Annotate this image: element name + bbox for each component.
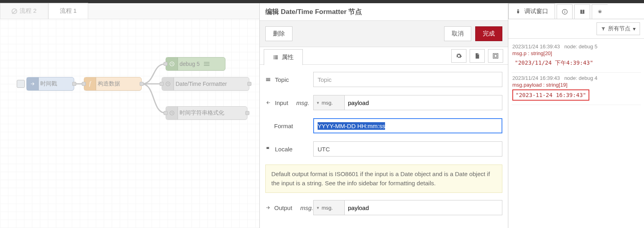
more-button[interactable]: [592, 4, 608, 19]
node-string-formatter[interactable]: 时间字符串格式化: [166, 106, 247, 120]
tab-properties[interactable]: 属性: [264, 49, 303, 65]
msg-type: msg.p : string[20]: [512, 50, 640, 56]
delete-button[interactable]: 删除: [265, 26, 292, 41]
msg-value: "2023-11-24 16:39:43": [512, 89, 589, 101]
msg-source: node: debug 5: [564, 44, 597, 50]
gear-icon: [597, 9, 603, 15]
tag-icon: [265, 77, 272, 82]
msg-timestamp: 2023/11/24 16:39:43: [512, 75, 560, 81]
locale-input[interactable]: [313, 141, 502, 157]
flag-icon: [265, 146, 272, 152]
debug-sidebar: 调试窗口 所有节点 ▾ 2023/: [508, 3, 644, 228]
flow-tab-2[interactable]: 流程 2: [0, 3, 48, 19]
debug-messages: 2023/11/24 16:39:43 node: debug 5 msg.p …: [508, 39, 644, 228]
appearance-button[interactable]: [488, 49, 503, 63]
node-debug[interactable]: debug 5: [166, 57, 225, 71]
clock-icon: [166, 57, 178, 70]
arrow-right-icon: [27, 77, 39, 90]
editor-title: 编辑 Date/Time Formatter 节点: [260, 3, 508, 21]
format-hint: Default output format is ISO8601 if the …: [265, 165, 502, 193]
done-button[interactable]: 完成: [475, 26, 502, 41]
flow-tab-label: 流程 2: [20, 7, 37, 15]
caret-down-icon: ▾: [633, 26, 636, 32]
file-icon: [474, 53, 480, 59]
type-dropdown[interactable]: msg.: [314, 95, 345, 110]
debug-message[interactable]: 2023/11/24 16:39:43 node: debug 4 msg.pa…: [512, 73, 641, 105]
topic-label: Topic: [265, 76, 313, 83]
settings-button[interactable]: [451, 49, 466, 63]
node-label: debug 5: [180, 61, 200, 67]
book-icon: [579, 9, 585, 15]
cancel-button[interactable]: 取消: [444, 26, 471, 41]
msg-type: msg.payload : string[19]: [512, 82, 640, 88]
node-label: 时间字符串格式化: [180, 109, 224, 117]
disabled-icon: [12, 8, 17, 14]
tab-label: 属性: [282, 54, 294, 61]
debug-toggle-icon[interactable]: [204, 62, 209, 66]
output-path[interactable]: [345, 200, 502, 215]
input-msg-field[interactable]: msg.: [313, 95, 502, 110]
info-button[interactable]: [557, 4, 573, 19]
info-icon: [562, 9, 568, 15]
gear-icon: [456, 53, 462, 59]
tab-label: 调试窗口: [524, 8, 548, 15]
node-editor-panel: 编辑 Date/Time Formatter 节点 删除 取消 完成 属性: [259, 3, 508, 228]
flow-workspace: 流程 2 流程 1 时间戳 f 构: [0, 3, 259, 228]
clock-icon: [162, 77, 174, 90]
msg-value: "2023/11/24 下午4:39:43": [512, 58, 596, 68]
clock-icon: [166, 107, 178, 119]
flow-tabs: 流程 2 流程 1: [0, 3, 259, 19]
tab-debug[interactable]: 调试窗口: [508, 4, 555, 19]
inject-trigger-button[interactable]: [17, 80, 25, 88]
locale-label: Locale: [265, 146, 313, 153]
msg-timestamp: 2023/11/24 16:39:43: [512, 44, 560, 50]
flow-tab-label: 流程 1: [60, 7, 77, 15]
input-path[interactable]: [345, 95, 502, 110]
filter-dropdown[interactable]: 所有节点 ▾: [597, 22, 640, 35]
arrow-left-icon: [265, 100, 272, 105]
svg-rect-3: [493, 54, 498, 58]
flow-tab-1[interactable]: 流程 1: [48, 3, 89, 19]
function-icon: f: [84, 77, 96, 90]
node-function[interactable]: f 构造数据: [84, 77, 142, 91]
filter-icon: [601, 26, 606, 31]
docs-button[interactable]: [470, 49, 485, 63]
node-datetime-formatter[interactable]: Date/Time Formatter: [162, 77, 249, 91]
bug-icon: [515, 8, 521, 14]
node-inject[interactable]: 时间戳: [26, 77, 74, 91]
svg-rect-4: [494, 54, 497, 57]
format-input[interactable]: YYYY-MM-DD HH:mm:ss: [313, 118, 502, 133]
flow-canvas[interactable]: 时间戳 f 构造数据 debug 5 Date/Time: [0, 19, 259, 228]
layout-icon: [492, 53, 499, 59]
debug-message[interactable]: 2023/11/24 16:39:43 node: debug 5 msg.p …: [512, 41, 641, 73]
book-button[interactable]: [574, 4, 590, 19]
msg-source: node: debug 4: [564, 75, 597, 81]
arrow-right-icon: [265, 205, 271, 210]
type-dropdown[interactable]: msg.: [314, 200, 345, 215]
node-label: 时间戳: [40, 80, 57, 87]
list-icon: [273, 54, 279, 60]
output-label: Output msg.: [265, 204, 313, 211]
node-label: 构造数据: [98, 80, 120, 87]
format-label: Format: [265, 123, 313, 129]
node-label: Date/Time Formatter: [176, 81, 227, 87]
topic-input[interactable]: [313, 72, 502, 87]
input-label: Input msg.: [265, 99, 313, 106]
output-msg-field[interactable]: msg.: [313, 200, 502, 215]
